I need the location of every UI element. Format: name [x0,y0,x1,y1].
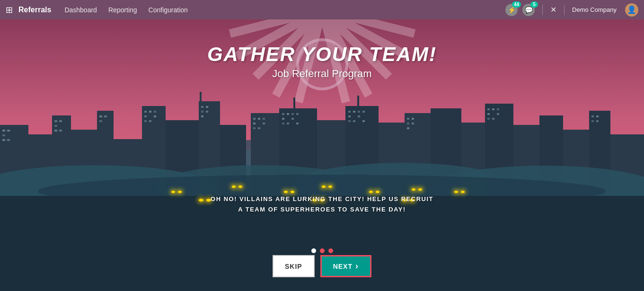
hero-subtitle: Job Referral Program [0,68,644,80]
nav-configuration[interactable]: Configuration [149,6,188,14]
user-avatar[interactable]: 👤 [625,3,638,17]
svg-rect-86 [348,111,351,113]
svg-rect-104 [407,118,409,120]
svg-rect-33 [2,130,5,132]
svg-rect-116 [591,115,594,117]
svg-rect-114 [487,118,490,120]
main-content: Gather Your Team! Job Referral Program [0,19,644,291]
eye-left [454,191,458,193]
nav-separator [542,5,543,15]
svg-rect-44 [104,115,107,117]
svg-rect-34 [7,130,10,132]
messages-button[interactable]: 💬 5 [522,4,535,16]
villain-eyes-6 [412,188,422,191]
svg-rect-72 [263,118,265,120]
svg-rect-88 [358,111,360,113]
svg-rect-89 [362,111,365,113]
eye-left [284,191,288,193]
svg-rect-70 [253,118,256,120]
svg-rect-85 [296,123,299,124]
close-icon[interactable]: ✕ [550,5,556,14]
app-title: Referrals [18,6,51,14]
company-name[interactable]: Demo Company [572,6,617,13]
svg-rect-105 [412,118,414,120]
svg-rect-71 [258,118,260,120]
svg-rect-112 [487,113,490,115]
svg-rect-53 [154,111,156,113]
grid-icon[interactable]: ⊞ [6,5,13,15]
nav-reporting[interactable]: Reporting [108,6,137,14]
svg-rect-39 [59,120,62,122]
villain-eyes-4 [322,185,332,188]
eye-left [412,188,415,191]
svg-rect-37 [7,139,10,141]
villain-eyes-2 [232,185,242,188]
svg-rect-51 [144,111,147,113]
skip-button[interactable]: SKIP [273,255,315,277]
svg-rect-119 [596,120,599,122]
svg-rect-35 [2,134,5,136]
svg-rect-62 [201,115,203,117]
svg-rect-42 [59,130,62,132]
svg-rect-117 [596,115,599,117]
next-arrow-icon: › [355,261,359,271]
svg-rect-61 [206,111,208,113]
eye-right [418,188,422,191]
nav-separator-2 [564,5,565,15]
svg-rect-115 [492,118,494,120]
svg-rect-43 [99,115,102,117]
next-label: NEXT [333,263,353,270]
svg-rect-41 [54,130,57,132]
svg-rect-78 [287,113,289,115]
svg-rect-45 [99,120,102,122]
villain-eyes-3 [284,191,294,193]
nav-dashboard[interactable]: Dashboard [64,6,97,14]
pagination-dot-1[interactable] [311,248,316,253]
city-skyline [0,87,644,196]
svg-rect-92 [348,120,351,122]
pagination-dot-3[interactable] [328,248,333,253]
eye-left [322,185,326,188]
eye-right [376,191,379,193]
nav-right: ⚡ 44 💬 5 ✕ Demo Company 👤 [505,3,638,17]
pagination-dot-2[interactable] [320,248,325,253]
eye-right [178,191,182,193]
svg-rect-82 [291,118,294,120]
svg-rect-76 [258,127,260,129]
svg-rect-81 [282,118,284,120]
svg-rect-58 [201,106,203,108]
svg-rect-110 [492,108,494,110]
villain-eyes-7 [454,191,465,193]
svg-rect-54 [144,115,147,117]
svg-rect-79 [291,113,294,115]
svg-rect-40 [54,125,57,127]
svg-rect-90 [348,115,351,117]
svg-rect-80 [296,113,299,115]
svg-rect-50 [200,92,202,102]
next-button[interactable]: NEXT › [320,255,371,277]
svg-rect-106 [407,123,409,124]
svg-rect-118 [591,120,594,122]
svg-rect-73 [253,123,256,124]
svg-rect-94 [362,120,365,122]
bottom-text-line1: Oh no! Villains are lurking the city! He… [0,194,644,204]
eye-left [369,191,373,193]
pagination-dots [0,248,644,253]
notifications-button[interactable]: ⚡ 44 [505,4,518,16]
bottom-text-area: Oh no! Villains are lurking the city! He… [0,194,644,215]
svg-rect-109 [487,108,490,110]
svg-rect-93 [353,120,355,122]
svg-rect-111 [497,108,499,110]
hero-title: Gather Your Team! [0,43,644,66]
bottom-text-line2: a team of superheroes to save the day! [0,204,644,215]
svg-rect-113 [497,113,499,115]
svg-rect-55 [154,115,156,117]
eye-left [171,191,175,193]
svg-rect-83 [282,123,284,124]
svg-rect-74 [263,123,265,124]
svg-rect-56 [144,120,147,122]
svg-rect-87 [353,111,355,113]
svg-rect-60 [201,111,203,113]
svg-rect-75 [253,127,256,129]
svg-rect-91 [358,115,360,117]
